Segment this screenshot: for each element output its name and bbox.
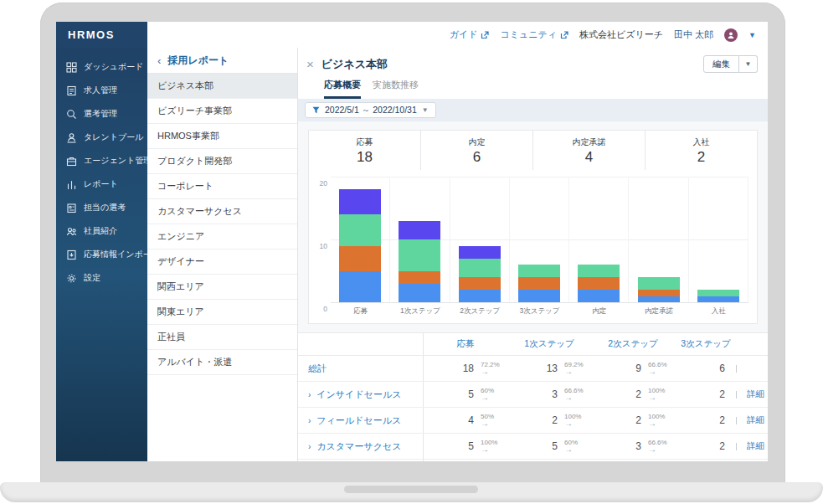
report-list-item[interactable]: 関西エリア: [147, 275, 297, 300]
row-label[interactable]: ›インサイドセールス: [298, 382, 424, 407]
stat-label: 応募: [309, 136, 420, 148]
main-sidebar: ダッシュボード求人管理選考管理タレントプールエージェント管理レポート担当の選考社…: [56, 48, 147, 461]
external-link-icon: [481, 31, 489, 39]
stacked-bar: [697, 290, 739, 302]
user-menu-caret[interactable]: ▼: [748, 31, 756, 39]
stacked-bar: [578, 265, 620, 302]
sidebar-item-talent-pool[interactable]: タレントプール: [56, 126, 147, 149]
bar-segment: [459, 290, 501, 302]
report-list-item[interactable]: デザイナー: [147, 249, 297, 275]
main-content: × ビジネス本部 編集 ▼ 応募概要 実施数推移 2022/5/1 ～ 202: [298, 48, 768, 461]
bar-segment: [638, 290, 680, 296]
chart-column: [689, 177, 748, 302]
filter-bar: 2022/5/1 ～ 2022/10/31 ▼: [298, 99, 768, 121]
sidebar-item-label: 社員紹介: [84, 225, 117, 237]
report-list-item[interactable]: ビジネス本部: [147, 74, 297, 99]
detail-link[interactable]: 詳細: [737, 440, 768, 452]
sidebar-item-agent[interactable]: エージェント管理: [56, 149, 147, 172]
edit-button[interactable]: 編集: [703, 55, 739, 73]
tab-application-summary[interactable]: 応募概要: [324, 79, 361, 99]
row-trailing-mark: [725, 365, 737, 373]
date-range-filter[interactable]: 2022/5/1 ～ 2022/10/31 ▼: [305, 102, 436, 118]
report-list-item[interactable]: エンジニア: [147, 224, 297, 249]
row-label[interactable]: 総計: [298, 356, 424, 381]
sidebar-item-label: 担当の選考: [84, 202, 126, 213]
table-header-spacer: [298, 333, 424, 355]
row-label[interactable]: ›マーケティング: [298, 460, 424, 461]
report-list-item[interactable]: 正社員: [147, 325, 297, 350]
row-value: 4: [424, 414, 474, 426]
bar-segment: [399, 221, 440, 240]
jobs-icon: [66, 85, 77, 96]
sidebar-item-settings[interactable]: 設定: [56, 266, 147, 290]
bar-segment: [518, 277, 560, 290]
bar-segment: [339, 214, 381, 246]
table-row: 総計1872.2%→1369.2%→966.6%→6: [298, 356, 768, 382]
detail-link[interactable]: 詳細: [737, 388, 768, 400]
row-value: 2: [591, 414, 641, 426]
chart-plot-wrap: 01020: [309, 170, 757, 302]
community-link[interactable]: コミュニティ: [500, 28, 568, 41]
close-icon[interactable]: ×: [306, 58, 314, 70]
x-tick-label: 3次ステップ: [510, 306, 569, 316]
sidebar-item-screening[interactable]: 選考管理: [56, 102, 147, 126]
report-content: 応募18内定6内定承諾4入社2 01020 応募1次ステップ2次ステップ3次ステ…: [298, 121, 768, 461]
community-link-label: コミュニティ: [500, 28, 557, 41]
row-label-text: カスタマーサクセス: [316, 440, 401, 453]
user-avatar[interactable]: [724, 28, 738, 42]
edit-dropdown-caret[interactable]: ▼: [739, 55, 758, 73]
detail-link[interactable]: 詳細: [737, 414, 768, 426]
row-label[interactable]: ›カスタマーサクセス: [298, 434, 424, 459]
conversion-rate: 69.2%→: [558, 362, 591, 376]
conversion-rate: 66.6%→: [558, 388, 591, 402]
row-value: 2: [507, 414, 558, 426]
bar-segment: [459, 246, 501, 259]
report-list-item[interactable]: カスタマーサクセス: [147, 199, 297, 224]
back-chevron-icon: ‹: [157, 55, 161, 66]
report-list-item[interactable]: 関東エリア: [147, 300, 297, 325]
sidebar-item-jobs[interactable]: 求人管理: [56, 79, 147, 102]
row-label[interactable]: ›フィールドセールス: [298, 408, 424, 433]
conversion-rate: 72.2%→: [474, 362, 507, 376]
talent-pool-icon: [66, 132, 77, 143]
x-tick-label: 2次ステップ: [450, 306, 510, 316]
report-list-item[interactable]: プロダクト開発部: [147, 149, 297, 174]
conversion-rate: 100%→: [641, 414, 675, 428]
conversion-rate: 66.6%→: [641, 440, 675, 454]
bar-segment: [459, 259, 501, 278]
table-row: ›インサイドセールス560%→366.6%→2100%→2詳細: [298, 382, 768, 408]
y-tick-label: 0: [323, 305, 327, 313]
chart-column: [629, 177, 688, 302]
conversion-rate: 66.6%→: [641, 362, 675, 376]
guide-link[interactable]: ガイド: [450, 28, 490, 41]
row-value: 6: [675, 363, 725, 374]
screening-icon: [66, 109, 77, 120]
report-list-item[interactable]: アルバイト・派遣: [147, 350, 297, 375]
row-label-text: 総計: [308, 363, 327, 375]
row-value: 18: [424, 363, 474, 374]
tab-execution-trend[interactable]: 実施数推移: [373, 79, 419, 99]
row-value: 13: [507, 363, 558, 374]
sidebar-item-referral[interactable]: 社員紹介: [56, 219, 147, 243]
bar-segment: [339, 189, 381, 214]
report-list-item[interactable]: HRMOS事業部: [147, 124, 297, 149]
gridline: [331, 302, 748, 303]
row-label-text: インサイドセールス: [316, 388, 401, 401]
report-list-item[interactable]: コーポレート: [147, 174, 297, 199]
bar-segment: [459, 277, 501, 290]
table-column-header: 3次ステップ: [675, 338, 737, 350]
table-row: ›カスタマーサクセス5100%→560%→366.6%→2詳細: [298, 434, 768, 460]
table-row: ›マーケティング475%→366.6%→20%→0詳細: [298, 460, 768, 461]
sidebar-item-assigned[interactable]: 担当の選考: [56, 196, 147, 219]
expand-chevron-icon: ›: [308, 442, 311, 451]
x-tick-label: 入社: [689, 306, 748, 316]
assigned-icon: [66, 203, 77, 213]
report-panel-header[interactable]: ‹ 採用レポート: [147, 48, 297, 74]
laptop-notch: [344, 486, 478, 493]
sidebar-item-import[interactable]: 応募情報インポート: [56, 243, 147, 266]
row-value: 5: [507, 440, 558, 452]
report-list-item[interactable]: ビズリーチ事業部: [147, 99, 297, 124]
sidebar-item-dashboard[interactable]: ダッシュボード: [56, 55, 147, 79]
conversion-rate: 60%→: [558, 440, 591, 454]
sidebar-item-report[interactable]: レポート: [56, 172, 147, 196]
